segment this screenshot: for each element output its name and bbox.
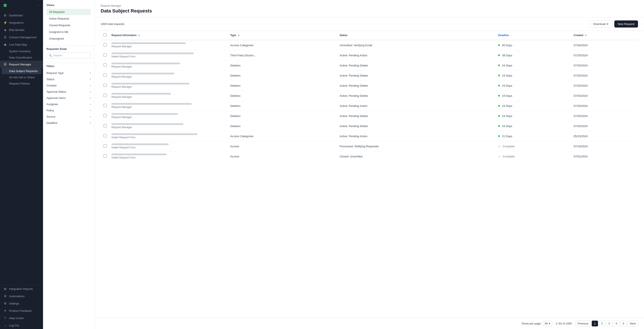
row-status-11: Closed: Unverified xyxy=(338,152,496,162)
col-request-info[interactable]: Request Information ⇅ xyxy=(109,31,228,40)
row-deadline-11: ✓ Complete xyxy=(496,152,572,162)
row-type-3: Deletion xyxy=(228,70,337,81)
nav-label-automations: Automations xyxy=(9,294,24,298)
next-page-button[interactable]: Next xyxy=(628,320,638,326)
filter-approval-status[interactable]: Approval Status ▾ xyxy=(46,88,91,95)
row-checkbox-2[interactable] xyxy=(104,64,107,67)
row-checkbox-cell[interactable] xyxy=(101,81,109,91)
sidebar-item-live-data-map[interactable]: ◉ Live Data Map xyxy=(0,41,43,48)
select-all-checkbox[interactable] xyxy=(104,33,107,36)
deadline-container: 39 Days xyxy=(498,54,569,57)
nav-label-help-center: Help Center xyxy=(9,316,24,320)
row-created-5: 07/25/2024 xyxy=(572,91,638,101)
row-created-4: 07/25/2024 xyxy=(572,81,638,91)
deadline-value: 24 Days xyxy=(502,94,512,98)
row-checkbox-6[interactable] xyxy=(104,104,107,107)
filter-label-request-type: Request Type xyxy=(46,72,64,74)
row-checkbox-1[interactable] xyxy=(104,53,107,56)
email-search-input[interactable] xyxy=(53,54,88,57)
view-all-requests[interactable]: All Requests xyxy=(46,9,91,15)
row-checkbox-5[interactable] xyxy=(104,94,107,97)
col-type[interactable]: Type ⇅ xyxy=(228,31,337,40)
row-checkbox-9[interactable] xyxy=(104,134,107,138)
chevron-down-icon: ▾ xyxy=(90,84,91,87)
row-checkbox-0[interactable] xyxy=(104,43,107,46)
sidebar-item-dashboard[interactable]: ⊞ Dashboard xyxy=(0,12,43,19)
row-checkbox-7[interactable] xyxy=(104,114,107,117)
sidebar-item-data-classification[interactable]: Data Classification xyxy=(0,54,43,61)
sidebar-item-do-not-sell[interactable]: Do Not Sell or Share xyxy=(0,74,43,80)
sort-icon-request-info: ⇅ xyxy=(138,34,140,36)
view-unassigned[interactable]: Unassigned xyxy=(46,36,91,42)
deadline-container: ✓ Complete xyxy=(498,155,569,158)
filter-request-type[interactable]: Request Type ▾ xyxy=(46,70,91,76)
row-checkbox-cell[interactable] xyxy=(101,40,109,50)
row-deadline-9: 21 Days xyxy=(496,131,572,141)
sidebar-item-request-policies[interactable]: Request Policies xyxy=(0,80,43,87)
download-button[interactable]: Download ▾ xyxy=(590,20,612,28)
row-deadline-10: ✓ Complete xyxy=(496,141,572,152)
row-checkbox-cell[interactable] xyxy=(101,141,109,152)
row-checkbox-11[interactable] xyxy=(104,154,107,158)
col-deadline[interactable]: Deadline ↓ xyxy=(496,31,572,40)
filter-approval-users[interactable]: Approval Users ▾ xyxy=(46,95,91,101)
sidebar-item-help-center[interactable]: ? Help Center xyxy=(0,314,43,322)
sidebar-item-consent-management[interactable]: ☰ Consent Management xyxy=(0,34,43,41)
table-header: Request Information ⇅ Type ⇅ Status Dead… xyxy=(101,31,638,40)
row-checkbox-8[interactable] xyxy=(104,124,107,127)
page-button-2[interactable]: 2 xyxy=(599,320,605,326)
row-checkbox-cell[interactable] xyxy=(101,50,109,60)
view-closed-requests[interactable]: Closed Requests xyxy=(46,22,91,28)
row-checkbox-cell[interactable] xyxy=(101,121,109,131)
sidebar-item-automations[interactable]: ⚙ Automations xyxy=(0,292,43,300)
rows-per-page-select[interactable]: 50 ▾ xyxy=(543,321,552,326)
row-checkbox-cell[interactable] xyxy=(101,152,109,162)
request-bar xyxy=(112,83,189,84)
col-created[interactable]: Created ⇅ xyxy=(572,31,638,40)
sidebar-item-settings[interactable]: ⚙ Settings xyxy=(0,300,43,307)
row-checkbox-4[interactable] xyxy=(104,84,107,87)
sidebar-item-risk-monitor[interactable]: ◈ Risk Monitor xyxy=(0,26,43,34)
view-assigned-to-me[interactable]: Assigned to Me xyxy=(46,29,91,35)
sidebar-item-integration-reports[interactable]: ⊞ Integration Reports xyxy=(0,285,43,292)
page-button-4[interactable]: 4 xyxy=(613,320,620,326)
row-checkbox-cell[interactable] xyxy=(101,101,109,111)
sidebar-item-log-out[interactable]: → Log Out xyxy=(0,322,43,329)
sidebar-item-integrations[interactable]: ⚡ Integrations xyxy=(0,19,43,26)
row-checkbox-cell[interactable] xyxy=(101,111,109,121)
email-search-box[interactable]: 🔍 xyxy=(46,52,91,58)
row-status-7: Active: Pending Delete xyxy=(338,111,496,121)
previous-page-button[interactable]: Previous xyxy=(576,320,591,326)
row-checkbox-cell[interactable] xyxy=(101,131,109,141)
filter-policy[interactable]: Policy ▾ xyxy=(46,107,91,114)
row-checkbox-cell[interactable] xyxy=(101,70,109,81)
page-button-1[interactable]: 1 xyxy=(592,320,598,326)
filter-deadline[interactable]: Deadline ▾ xyxy=(46,120,91,126)
status-dot xyxy=(498,135,500,137)
row-checkbox-10[interactable] xyxy=(104,144,107,148)
request-info-container: Request Manager xyxy=(112,123,226,129)
page-button-3[interactable]: 3 xyxy=(606,320,612,326)
row-created-3: 07/25/2024 xyxy=(572,70,638,81)
sidebar-item-system-inventory[interactable]: System Inventory xyxy=(0,48,43,54)
filter-status[interactable]: Status ▾ xyxy=(46,76,91,82)
view-active-requests[interactable]: Active Requests xyxy=(46,16,91,22)
filter-created[interactable]: Created ▾ xyxy=(46,82,91,88)
new-request-button[interactable]: New Request xyxy=(614,20,638,28)
chevron-down-icon: ▾ xyxy=(90,97,91,99)
row-created-11: 07/01/2024 xyxy=(572,152,638,162)
sidebar-item-request-manager[interactable]: ☰ Request Manager xyxy=(0,61,43,68)
filter-source[interactable]: Source ▾ xyxy=(46,114,91,120)
filter-assignee[interactable]: Assignee ▾ xyxy=(46,101,91,107)
sidebar-item-data-subject-requests[interactable]: Data Subject Requests xyxy=(2,68,41,74)
rows-per-page-section: Rows per page: 50 ▾ xyxy=(522,321,552,326)
back-arrow-icon[interactable]: ← xyxy=(36,4,40,7)
page-button-5[interactable]: 5 xyxy=(620,320,626,326)
row-checkbox-3[interactable] xyxy=(104,74,107,77)
row-checkbox-cell[interactable] xyxy=(101,60,109,70)
row-checkbox-cell[interactable] xyxy=(101,91,109,101)
sidebar-item-product-feedback[interactable]: ✦ Product Feedback xyxy=(0,307,43,314)
table-row: Request Manager Deletion Active: Pending… xyxy=(101,111,638,121)
status-dot xyxy=(498,105,500,107)
select-all-header[interactable] xyxy=(101,31,109,40)
